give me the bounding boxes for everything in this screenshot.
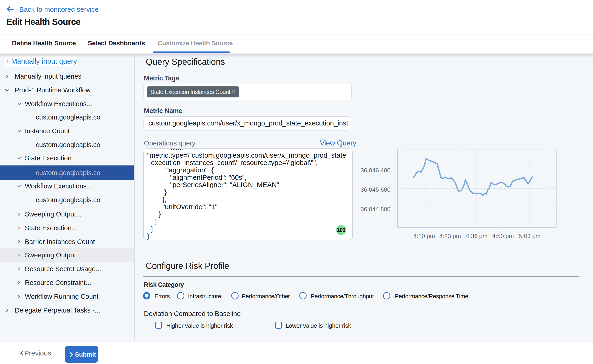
svg-text:36 045 600: 36 045 600: [361, 186, 391, 193]
svg-text:36 046 400: 36 046 400: [361, 167, 391, 174]
svg-text:36 044 800: 36 044 800: [361, 206, 391, 213]
svg-text:4:36 pm: 4:36 pm: [466, 233, 488, 240]
svg-text:4:50 pm: 4:50 pm: [492, 233, 514, 240]
svg-text:4:10 pm: 4:10 pm: [413, 233, 435, 240]
svg-text:4:23 pm: 4:23 pm: [439, 233, 461, 240]
svg-text:5:03 pm: 5:03 pm: [519, 233, 541, 240]
